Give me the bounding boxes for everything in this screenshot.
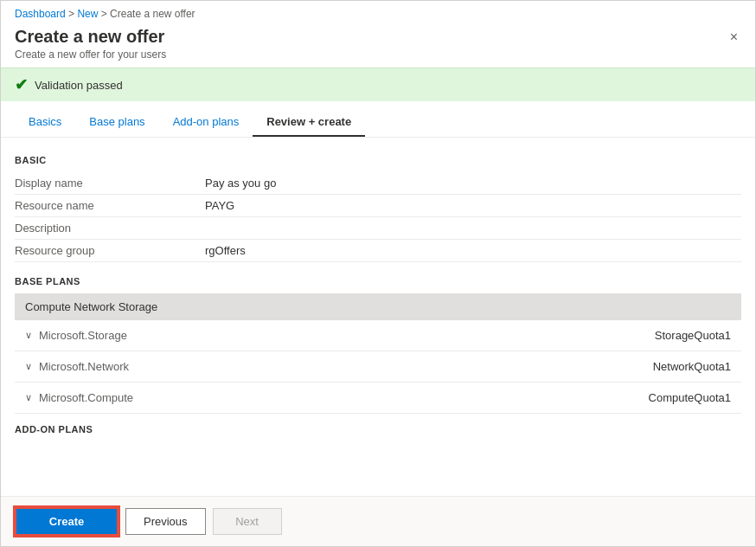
addon-plans-section-title: ADD-ON PLANS <box>15 424 741 434</box>
breadcrumb-new[interactable]: New <box>77 8 98 20</box>
tab-addon-plans[interactable]: Add-on plans <box>159 108 253 137</box>
breadcrumb-dashboard[interactable]: Dashboard <box>15 8 66 20</box>
plan-row-storage: ∨ Microsoft.Storage StorageQuota1 <box>15 320 741 351</box>
page-title: Create a new offer <box>15 27 166 47</box>
page-subtitle: Create a new offer for your users <box>15 48 166 61</box>
addon-plans-section: ADD-ON PLANS <box>15 424 741 434</box>
plan-row-network: ∨ Microsoft.Network NetworkQuota1 <box>15 351 741 383</box>
plan-row-compute: ∨ Microsoft.Compute ComputeQuota1 <box>15 383 741 414</box>
previous-button[interactable]: Previous <box>125 508 206 535</box>
plan-name-storage: Microsoft.Storage <box>39 329 655 342</box>
plan-quota-compute: ComputeQuota1 <box>649 391 731 404</box>
field-description: Description <box>15 217 741 240</box>
field-label-display-name: Display name <box>15 177 205 190</box>
field-label-description: Description <box>15 222 205 235</box>
breadcrumb: Dashboard > New > Create a new offer <box>1 1 755 23</box>
basic-section: BASIC Display name Pay as you go Resourc… <box>15 155 741 262</box>
create-button[interactable]: Create <box>15 507 119 536</box>
field-value-display-name: Pay as you go <box>205 177 276 190</box>
next-button: Next <box>213 508 282 535</box>
field-value-resource-group: rgOffers <box>205 244 246 257</box>
check-icon: ✔ <box>15 75 28 94</box>
validation-banner: ✔ Validation passed <box>1 68 755 101</box>
basic-section-title: BASIC <box>15 155 741 165</box>
main-content: BASIC Display name Pay as you go Resourc… <box>1 138 755 496</box>
main-window: Dashboard > New > Create a new offer Cre… <box>0 0 756 547</box>
chevron-network-icon: ∨ <box>25 361 32 372</box>
validation-message: Validation passed <box>35 79 123 92</box>
tab-review-create[interactable]: Review + create <box>253 108 365 137</box>
base-plans-section-title: BASE PLANS <box>15 276 741 286</box>
field-resource-group: Resource group rgOffers <box>15 240 741 262</box>
close-button[interactable]: × <box>727 27 741 48</box>
base-plans-section: BASE PLANS Compute Network Storage ∨ Mic… <box>15 276 741 414</box>
field-display-name: Display name Pay as you go <box>15 172 741 195</box>
plan-name-compute: Microsoft.Compute <box>39 391 649 404</box>
page-header: Create a new offer Create a new offer fo… <box>1 23 755 68</box>
breadcrumb-current: Create a new offer <box>110 8 195 20</box>
field-resource-name: Resource name PAYG <box>15 195 741 217</box>
plan-quota-network: NetworkQuota1 <box>653 360 731 373</box>
footer: Create Previous Next <box>1 496 755 546</box>
plan-quota-storage: StorageQuota1 <box>655 329 731 342</box>
tab-basics[interactable]: Basics <box>15 108 75 137</box>
tab-bar: Basics Base plans Add-on plans Review + … <box>1 108 755 138</box>
field-label-resource-group: Resource group <box>15 244 205 257</box>
base-plans-header: Compute Network Storage <box>15 293 741 320</box>
field-value-resource-name: PAYG <box>205 199 234 212</box>
chevron-storage-icon: ∨ <box>25 330 32 341</box>
chevron-compute-icon: ∨ <box>25 392 32 403</box>
tab-base-plans[interactable]: Base plans <box>75 108 158 137</box>
plan-name-network: Microsoft.Network <box>39 360 653 373</box>
field-label-resource-name: Resource name <box>15 199 205 212</box>
